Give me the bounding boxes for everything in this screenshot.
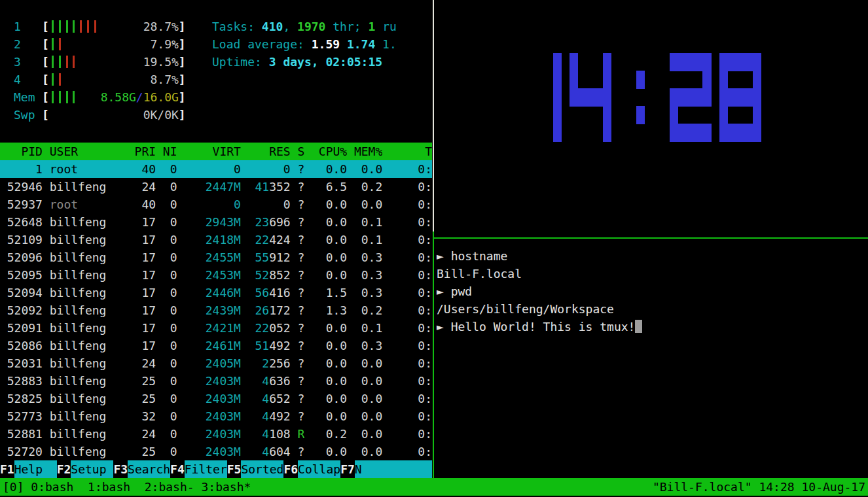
clock-segment — [719, 71, 728, 89]
cell-res: 26172 — [241, 301, 291, 319]
clock-pane[interactable] — [434, 0, 868, 237]
text-segment: 1.59 — [312, 37, 347, 51]
column-header-mem[interactable]: MEM% — [347, 143, 382, 160]
cell-pri: 17 — [113, 337, 156, 354]
cell-cpu: 0.0 — [304, 213, 347, 231]
shell-text: hostname — [451, 249, 508, 263]
cell-ni: 0 — [156, 337, 177, 354]
process-row[interactable]: 1root40000?0.00.00: — [0, 160, 432, 178]
clock-segment — [587, 88, 595, 107]
process-row[interactable]: 52946billfeng2402447M41352?6.50.20: — [0, 178, 432, 196]
shell-output-line: Bill-F.local — [437, 265, 868, 283]
cell-user: billfeng — [43, 248, 113, 266]
cell-mem: 0.1 — [347, 213, 382, 231]
column-header-res[interactable]: RES — [241, 143, 291, 160]
cell-virt: 2403M — [177, 443, 241, 460]
process-row[interactable]: 52086billfeng1702461M51492?0.00.30: — [0, 337, 432, 354]
column-header-user[interactable]: USER — [43, 143, 113, 160]
column-header-pri[interactable]: PRI — [113, 143, 156, 160]
meter-bar — [66, 20, 68, 33]
text-segment: 28.7% — [143, 20, 179, 33]
process-row[interactable]: 52094billfeng1702446M56416?1.50.30: — [0, 284, 432, 301]
process-row[interactable]: 52881billfeng2402403M4108R0.20.00: — [0, 425, 432, 443]
fkey-f2-button[interactable]: F2Setup — [57, 460, 114, 478]
htop-info-line-1: Tasks: 410, 1970 thr; 1 ru — [212, 18, 432, 35]
res-kb-part: 352 — [269, 178, 291, 196]
process-row[interactable]: 52720billfeng2502403M4604?0.00.00: — [0, 443, 432, 460]
cell-mem: 0.0 — [347, 372, 382, 390]
process-row[interactable]: 52031billfeng2402405M2256?0.00.00: — [0, 354, 432, 372]
window-item[interactable]: 0:bash — [31, 480, 88, 494]
cell-pid: 52883 — [0, 372, 43, 390]
res-kb-part: 636 — [269, 372, 291, 390]
process-row[interactable]: 52773billfeng3202403M4492?0.00.00: — [0, 407, 432, 425]
text-segment: 410 — [262, 20, 283, 33]
cell-virt: 2461M — [177, 337, 241, 354]
clock-segment — [686, 124, 695, 142]
htop-pane[interactable]: 1[28.7%]2[7.9%]3[19.5%]4[8.7%]Mem[8.58G/… — [0, 0, 432, 478]
meter-bar — [52, 91, 54, 103]
cell-virt: 2455M — [177, 248, 241, 266]
cell-pri: 32 — [113, 407, 156, 425]
cell-virt: 0 — [177, 160, 241, 178]
window-item[interactable]: 1:bash — [88, 480, 145, 494]
clock-segment — [719, 88, 728, 107]
process-row[interactable]: 52648billfeng1702943M23696?0.00.10: — [0, 213, 432, 231]
fkey-f6-button[interactable]: F6Collap — [283, 460, 340, 478]
shell-text: pwd — [451, 284, 473, 298]
meter-bar — [73, 91, 75, 103]
cell-cpu: 0.0 — [304, 407, 347, 425]
process-row[interactable]: 52883billfeng2502403M4636?0.00.00: — [0, 372, 432, 390]
cell-res: 56416 — [241, 284, 291, 301]
meter-bar — [73, 56, 75, 68]
column-header-ni[interactable]: NI — [156, 143, 177, 160]
column-header-time[interactable]: T — [382, 143, 432, 160]
clock-segment — [702, 124, 711, 142]
process-row[interactable]: 52091billfeng1702421M22052?0.00.10: — [0, 319, 432, 337]
window-item-current[interactable]: 3:bash* — [201, 480, 258, 494]
res-kb-part: 052 — [269, 319, 291, 337]
fkey-f7-button[interactable]: F7N — [340, 460, 432, 478]
cpu1-meter: 1[28.7%] — [0, 18, 196, 35]
column-header-cpu[interactable]: CPU% — [304, 143, 347, 160]
process-row[interactable]: 52096billfeng1702455M55912?0.00.30: — [0, 248, 432, 266]
clock-segment — [695, 124, 703, 142]
swp-label: Swp — [0, 106, 42, 124]
meter-open-bracket: [ — [42, 20, 49, 33]
mem-label: Mem — [0, 88, 42, 106]
cell-virt: 2447M — [177, 178, 241, 196]
process-row[interactable]: 52109billfeng1702418M22424?0.00.10: — [0, 231, 432, 248]
clock-segment — [695, 88, 703, 107]
process-row[interactable]: 52825billfeng2502403M4652?0.00.00: — [0, 390, 432, 407]
fkey-f5-button[interactable]: F5Sorted — [227, 460, 284, 478]
clock-segment — [728, 124, 736, 142]
res-kb-part: 652 — [269, 390, 291, 407]
cell-ni: 0 — [156, 301, 177, 319]
cell-s: ? — [291, 407, 305, 425]
column-header-pid[interactable]: PID — [0, 143, 43, 160]
window-item[interactable]: 2:bash- — [145, 480, 202, 494]
cell-mem: 0.3 — [347, 284, 382, 301]
cell-ni: 0 — [156, 213, 177, 231]
fkey-f3-button[interactable]: F3Search — [113, 460, 170, 478]
clock-segment — [570, 88, 578, 107]
cell-mem: 0.3 — [347, 337, 382, 354]
htop-process-table: PIDUSERPRINIVIRTRESSCPU%MEM%T1root40000?… — [0, 143, 432, 460]
column-header-s[interactable]: S — [291, 143, 305, 160]
process-row[interactable]: 52937root40000?0.00.00: — [0, 196, 432, 213]
meter-open-bracket: [ — [42, 90, 49, 104]
shell-pane[interactable]: ► hostnameBill-F.local► pwd/Users/billfe… — [434, 239, 868, 478]
shell-text: /Users/billfeng/Workspace — [437, 302, 614, 316]
cell-ni: 0 — [156, 284, 177, 301]
fkey-f4-button[interactable]: F4Filter — [170, 460, 227, 478]
process-row[interactable]: 52092billfeng1702439M26172?1.30.20: — [0, 301, 432, 319]
cell-pid: 52031 — [0, 354, 43, 372]
fkey-f1-button[interactable]: F1Help — [0, 460, 57, 478]
cell-virt: 2453M — [177, 266, 241, 284]
cell-mem: 0.0 — [347, 354, 382, 372]
meter-close-bracket: ] — [179, 108, 186, 122]
text-segment: 3 days, 02:05:15 — [269, 55, 382, 69]
column-header-virt[interactable]: VIRT — [177, 143, 241, 160]
process-row[interactable]: 52095billfeng1702453M52852?0.00.30: — [0, 266, 432, 284]
clock-segment — [553, 88, 562, 107]
